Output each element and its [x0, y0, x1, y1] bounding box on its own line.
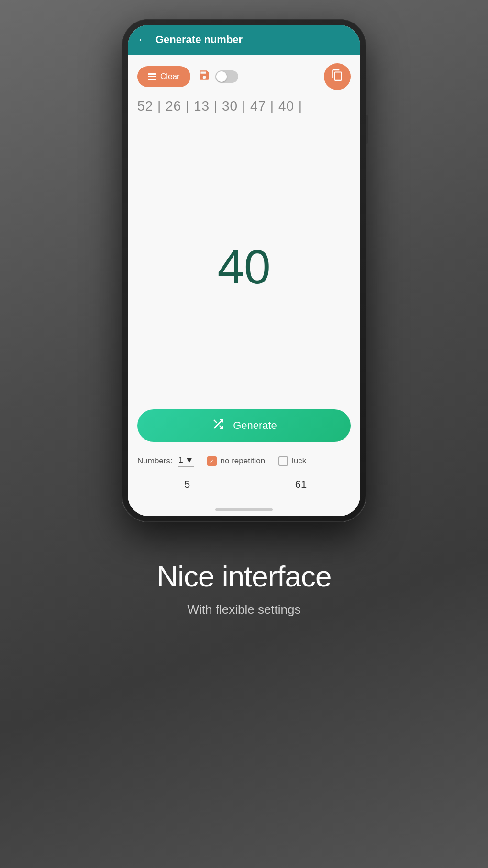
main-number: 40	[217, 243, 270, 291]
luck-label: luck	[292, 456, 306, 466]
luck-checkbox[interactable]	[278, 456, 288, 466]
settings-row: Numbers: 1 ▼ ✓ no repetition luck	[128, 451, 360, 474]
main-number-area: 40	[128, 124, 360, 409]
no-repetition-group: ✓ no repetition	[207, 456, 266, 466]
clear-button[interactable]: Clear	[137, 66, 190, 87]
numbers-history: 52 | 26 | 13 | 30 | 47 | 40 |	[128, 95, 360, 124]
main-tagline: Nice interface	[156, 560, 331, 593]
number-count-select[interactable]: 1 ▼	[178, 455, 194, 467]
shuffle-icon	[211, 417, 225, 435]
bottom-text-section: Nice interface With flexible settings	[128, 560, 360, 617]
app-header: ← Generate number	[128, 25, 360, 55]
home-indicator	[215, 508, 273, 511]
numbers-label: Numbers:	[137, 456, 173, 466]
copy-button[interactable]	[324, 63, 351, 90]
save-toggle[interactable]	[215, 70, 238, 83]
phone-device: ← Generate number Clear	[122, 19, 366, 522]
generate-button[interactable]: Generate	[137, 409, 351, 442]
min-value: 5	[184, 478, 190, 491]
app-title: Generate number	[155, 34, 351, 46]
range-row: 5 61	[128, 474, 360, 503]
bottom-bar	[128, 503, 360, 516]
menu-icon	[148, 73, 156, 80]
dropdown-arrow-icon: ▼	[185, 455, 194, 465]
luck-group: luck	[278, 456, 306, 466]
max-value: 61	[295, 478, 307, 491]
min-range-field[interactable]: 5	[158, 478, 216, 493]
sub-tagline: With flexible settings	[156, 602, 331, 617]
max-range-field[interactable]: 61	[272, 478, 330, 493]
clear-label: Clear	[160, 72, 180, 81]
no-repetition-label: no repetition	[221, 456, 266, 466]
count-value: 1	[178, 455, 183, 465]
toolbar: Clear	[128, 55, 360, 95]
phone-screen: ← Generate number Clear	[128, 25, 360, 516]
generate-label: Generate	[233, 419, 277, 432]
save-icon	[198, 69, 211, 84]
phone-outer-frame: ← Generate number Clear	[122, 19, 366, 522]
app-content: Clear	[128, 55, 360, 516]
no-repetition-checkbox[interactable]: ✓	[207, 456, 217, 466]
save-toggle-group	[198, 69, 238, 84]
back-button[interactable]: ←	[137, 34, 148, 46]
copy-icon	[331, 69, 344, 84]
